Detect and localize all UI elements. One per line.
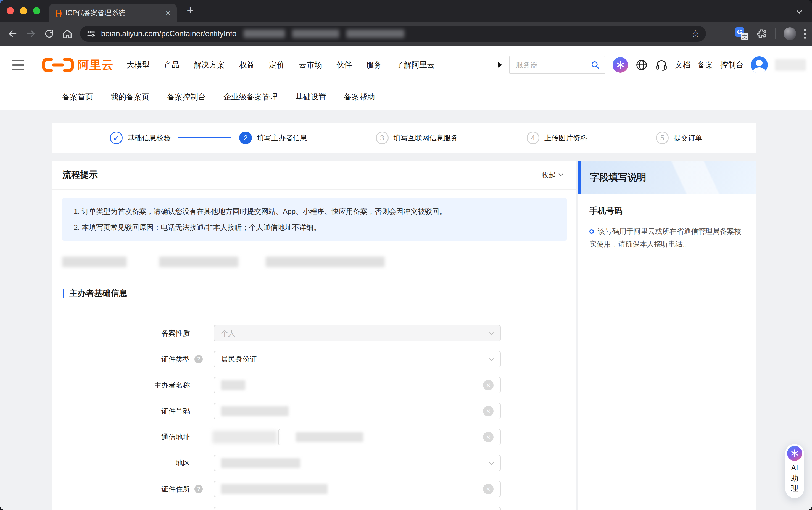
ai-assistant-icon[interactable] [613, 57, 628, 73]
nature-select[interactable]: 个人 [214, 325, 501, 341]
forward-button[interactable] [24, 27, 37, 40]
browser-window: (-) ICP代备案管理系统 × + [0, 0, 812, 510]
field-label: 备案性质 [53, 329, 190, 338]
link-console[interactable]: 控制台 [720, 60, 744, 70]
step-2-number: 2 [239, 132, 252, 144]
help-panel-header: 字段填写说明 [578, 161, 756, 194]
field-label: 证件类型 [53, 355, 190, 364]
clear-icon[interactable]: × [483, 380, 494, 390]
locale-globe-icon[interactable] [635, 59, 648, 71]
step-connector [315, 138, 368, 138]
help-icon[interactable]: ? [195, 355, 203, 363]
cert-type-select[interactable]: 居民身份证 [214, 351, 501, 367]
extensions-icon[interactable] [756, 28, 767, 39]
aliyun-logo-mark [41, 57, 75, 73]
nav-item-services[interactable]: 服务 [366, 60, 382, 70]
close-tab-icon[interactable]: × [166, 8, 171, 18]
subnav-item-help[interactable]: 备案帮助 [344, 92, 375, 102]
minimize-window-button[interactable] [20, 7, 27, 15]
help-description: 该号码用于阿里云或所在省通信管理局备案核实使用，请确保本人接听电话。 [589, 225, 745, 250]
toolbar-right: G 文 [735, 27, 806, 40]
cert-address-input[interactable]: × [214, 481, 501, 497]
link-docs[interactable]: 文档 [675, 60, 691, 70]
clear-icon[interactable]: × [483, 406, 494, 416]
support-headset-icon[interactable] [655, 59, 668, 71]
cert-type-value: 居民身份证 [221, 355, 257, 364]
nav-item-llm[interactable]: 大模型 [126, 60, 150, 70]
nav-expand-arrow-icon[interactable] [498, 62, 502, 68]
subnav-item-my-beian[interactable]: 我的备案页 [111, 92, 149, 102]
notice-line-2: 2. 本填写页常见驳回原因：电话无法接通/非本人接听；个人通信地址不详细。 [74, 221, 555, 233]
step-connector [595, 138, 648, 138]
value-redaction [221, 406, 289, 416]
url-text: beian.aliyun.com/pcContainer/entityInfo [101, 29, 236, 38]
header-divider [33, 58, 33, 72]
nav-item-products[interactable]: 产品 [164, 60, 179, 70]
value-redaction [221, 458, 300, 468]
aliyun-logo[interactable]: 阿里云 [41, 57, 114, 73]
tab-strip: (-) ICP代备案管理系统 × + [0, 0, 812, 22]
close-window-button[interactable] [7, 7, 14, 15]
step-1-check-icon: ✓ [110, 132, 123, 144]
active-tab[interactable]: (-) ICP代备案管理系统 × [49, 4, 177, 22]
browser-profile-avatar[interactable] [784, 27, 796, 40]
section-header: 主办者基础信息 [63, 288, 576, 299]
reload-button[interactable] [42, 27, 56, 40]
search-tabs-button[interactable] [794, 6, 805, 17]
nav-item-pricing[interactable]: 定价 [269, 60, 285, 70]
main-form-card: 流程提示 收起 1. 订单类型为首次备案，请确认您没有在其他地方同时提交网站、A… [53, 161, 576, 510]
nav-item-marketplace[interactable]: 云市场 [299, 60, 322, 70]
ai-assistant-fab[interactable]: AI 助 理 [785, 444, 804, 498]
collapse-button[interactable]: 收起 [542, 170, 562, 180]
org-name-input[interactable]: × [214, 377, 501, 393]
help-icon[interactable]: ? [195, 485, 203, 493]
clear-icon[interactable]: × [483, 432, 494, 442]
field-label: 证件住所 [53, 484, 190, 494]
subnav-item-settings[interactable]: 基础设置 [295, 92, 326, 102]
header-search-input[interactable] [516, 61, 590, 69]
nav-item-solutions[interactable]: 解决方案 [194, 60, 225, 70]
address-bar[interactable]: beian.aliyun.com/pcContainer/entityInfo … [80, 26, 706, 42]
search-icon[interactable] [590, 60, 600, 69]
nav-item-partners[interactable]: 伙伴 [337, 60, 352, 70]
zoom-window-button[interactable] [33, 7, 40, 15]
region-select[interactable] [214, 455, 501, 471]
chevron-down-icon [559, 172, 563, 176]
remark-textarea[interactable] [214, 507, 501, 510]
browser-menu-icon[interactable] [804, 29, 806, 39]
back-button[interactable] [6, 27, 19, 40]
translate-extension-icon[interactable]: G 文 [735, 27, 748, 40]
site-info-icon[interactable] [86, 29, 96, 39]
process-tips-header: 流程提示 收起 [53, 161, 576, 189]
subnav-item-console[interactable]: 备案控制台 [167, 92, 206, 102]
section-title: 主办者基础信息 [69, 288, 127, 299]
step-3-label: 填写互联网信息服务 [394, 133, 458, 143]
page-content: ✓ 基础信息校验 2 填写主办者信息 3 填写互联网信息服务 4 上传图片资料 … [0, 110, 812, 510]
nav-item-about[interactable]: 了解阿里云 [396, 60, 435, 70]
step-2-organizer-info: 2 填写主办者信息 [239, 132, 307, 144]
browser-toolbar: beian.aliyun.com/pcContainer/entityInfo … [0, 22, 812, 46]
home-button[interactable] [61, 27, 74, 40]
bookmark-star-icon[interactable]: ☆ [691, 29, 700, 39]
help-panel-title: 字段填写说明 [590, 171, 646, 184]
address-input[interactable]: × [278, 429, 501, 445]
link-beian[interactable]: 备案 [698, 60, 713, 70]
header-right: 文档 备案 控制台 [498, 56, 806, 74]
redacted-block [266, 257, 385, 267]
new-tab-button[interactable]: + [187, 3, 194, 17]
clear-icon[interactable]: × [483, 484, 494, 494]
subnav-item-enterprise[interactable]: 企业级备案管理 [224, 92, 278, 102]
field-row-org-name: 主办者名称 × [53, 377, 576, 393]
step-5-number: 5 [656, 132, 669, 144]
step-5-submit-order: 5 提交订单 [656, 132, 702, 144]
cert-no-input[interactable]: × [214, 403, 501, 419]
subnav-item-home[interactable]: 备案首页 [62, 92, 93, 102]
address-prefix-redaction [212, 431, 277, 444]
nav-item-benefits[interactable]: 权益 [239, 60, 255, 70]
account-avatar[interactable] [751, 56, 768, 74]
hamburger-menu-icon[interactable] [12, 60, 24, 70]
header-search-box[interactable] [509, 56, 605, 74]
step-4-upload-images: 4 上传图片资料 [527, 132, 587, 144]
divider [53, 189, 576, 190]
field-label: 通信地址 [53, 432, 190, 442]
